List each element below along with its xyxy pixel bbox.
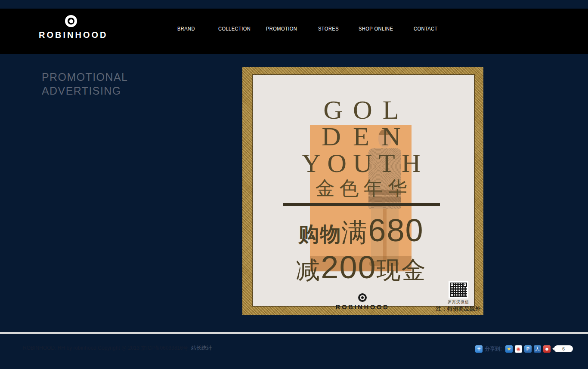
robinhood-target-icon — [65, 15, 77, 27]
robinhood-logo[interactable]: ROBINHOOD — [39, 15, 103, 40]
nav-shop-online[interactable]: SHOP ONLINE — [359, 26, 393, 32]
wechat-qr-code — [449, 281, 468, 298]
robinhood-promotion-page: ROBINHOOD BRAND COLLECTION PROMOTION STO… — [0, 0, 588, 369]
poster-note: 注：特例商品除外 — [435, 305, 482, 313]
site-header: ROBINHOOD BRAND COLLECTION PROMOTION STO… — [0, 9, 588, 54]
nav-promotion[interactable]: PROMOTION — [266, 26, 297, 32]
share-label: 分享到: — [485, 345, 502, 353]
poster-text-block: GOL DEN YOUTH 金色年华 购物满680 减200现金 — [241, 75, 482, 291]
pengyou-icon[interactable]: P — [524, 345, 532, 353]
footer-divider — [0, 332, 588, 334]
share-count-badge[interactable]: 6 — [554, 345, 573, 352]
poster-title-line3: YOUTH — [241, 150, 482, 176]
poster-subtitle-cn: 金色年华 — [241, 176, 482, 200]
poster-divider-line — [283, 203, 440, 206]
renren-icon[interactable]: 人 — [534, 345, 541, 353]
site-stats-link[interactable]: 站长统计 — [191, 345, 212, 351]
copyright-line: ROBINHOOD. RH by robinhood Copyright @ 2… — [23, 345, 188, 351]
page-title: PROMOTIONAL ADVERTISING — [42, 70, 128, 98]
qzone-icon[interactable]: ★ — [505, 345, 513, 353]
nav-contact[interactable]: CONTACT — [414, 26, 438, 32]
robinhood-target-icon-small — [358, 293, 367, 302]
promo-poster-golden-youth[interactable]: GOL DEN YOUTH 金色年华 购物满680 减200现金 ROBINHO… — [242, 67, 483, 315]
poster-offer-line1: 购物满680 — [241, 215, 482, 254]
baidu-hi-icon[interactable]: ☻ — [543, 345, 551, 353]
page-title-line1: PROMOTIONAL — [42, 70, 128, 84]
copyright-text: ROBINHOOD. RH by robinhood Copyright @ 2… — [23, 344, 212, 352]
wechat-qr-block: 罗宾汉微信 注：特例商品除外 — [435, 281, 482, 313]
share-bar: + 分享到: ★ ◉ P 人 ☻ 6 — [475, 345, 573, 353]
qr-caption: 罗宾汉微信 — [435, 299, 482, 305]
page-title-line2: ADVERTISING — [42, 84, 128, 98]
share-plus-icon[interactable]: + — [475, 345, 483, 353]
nav-collection[interactable]: COLLECTION — [218, 26, 251, 32]
poster-paper: GOL DEN YOUTH 金色年华 购物满680 减200现金 ROBINHO… — [253, 75, 474, 306]
poster-title-line2: DEN — [241, 123, 482, 150]
logo-text: ROBINHOOD — [39, 30, 103, 40]
nav-brand[interactable]: BRAND — [177, 26, 195, 32]
sina-weibo-icon[interactable]: ◉ — [515, 345, 522, 353]
poster-title-line1: GOL — [241, 96, 482, 123]
nav-stores[interactable]: STORES — [318, 26, 339, 32]
